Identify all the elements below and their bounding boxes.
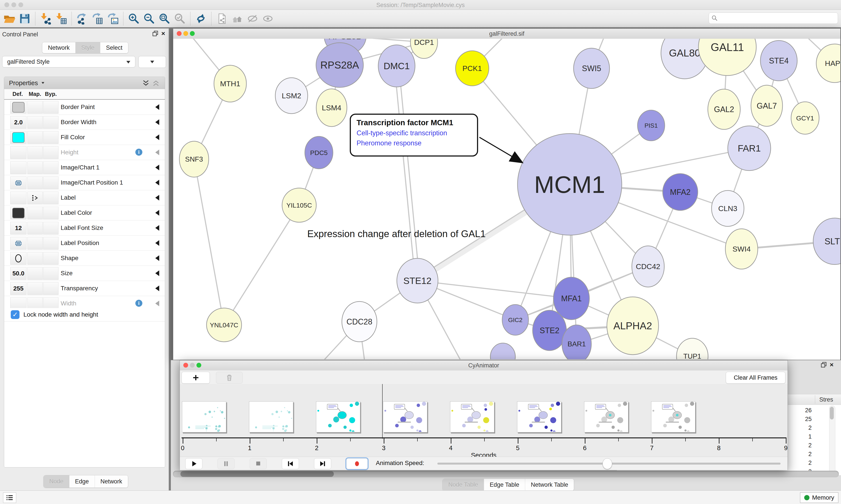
tab-edge-table[interactable]: Edge Table <box>484 479 525 491</box>
group-nodes-icon[interactable] <box>230 12 244 25</box>
property-row-fill-color[interactable]: Fill Color <box>4 130 165 145</box>
import-network-icon[interactable] <box>39 12 53 25</box>
bypass-cell[interactable] <box>43 252 58 265</box>
property-row-shape[interactable]: Shape <box>4 251 165 266</box>
tab-network[interactable]: Network <box>42 42 75 53</box>
style-select[interactable]: galFiltered Style <box>2 56 135 68</box>
network-node-dcp1[interactable]: DCP1 <box>410 39 437 58</box>
bypass-cell[interactable] <box>43 237 58 250</box>
table-vertical-scrollbar[interactable] <box>829 406 835 474</box>
info-icon[interactable]: i <box>135 148 143 157</box>
network-window-titlebar[interactable]: galFiltered.sif <box>173 29 840 39</box>
default-value-cell[interactable]: 2.0 <box>10 116 26 129</box>
hide-selected-icon[interactable] <box>246 12 259 25</box>
bypass-cell[interactable] <box>43 101 58 114</box>
network-node-pis1[interactable]: PIS1 <box>638 110 665 141</box>
network-node-gal7[interactable]: GAL7 <box>751 85 783 126</box>
search-field[interactable] <box>718 15 828 22</box>
default-value-cell[interactable] <box>10 237 26 250</box>
timeline-frame-2[interactable] <box>316 401 360 432</box>
bypass-cell[interactable] <box>43 177 58 189</box>
open-folder-icon[interactable] <box>3 12 16 25</box>
bypass-cell[interactable] <box>43 222 58 234</box>
record-button[interactable] <box>346 458 368 469</box>
network-node-gcy1[interactable]: GCY1 <box>791 102 819 134</box>
bypass-cell[interactable] <box>43 282 58 295</box>
property-row-border-width[interactable]: 2.0Border Width <box>4 115 165 130</box>
collapse-row-icon[interactable] <box>155 134 159 140</box>
mapping-cell[interactable] <box>28 131 43 144</box>
property-row-label-font-size[interactable]: 12Label Font Size <box>4 220 165 236</box>
bypass-cell[interactable] <box>43 161 58 174</box>
export-image-icon[interactable] <box>106 12 120 25</box>
tab-node-table[interactable]: Node Table <box>443 479 484 491</box>
collapse-row-icon[interactable] <box>155 149 159 155</box>
property-row-border-paint[interactable]: Border Paint <box>4 100 165 115</box>
timeline-frame-4[interactable] <box>450 401 494 432</box>
zoom-out-icon[interactable] <box>142 12 156 25</box>
pause-button[interactable] <box>217 458 235 469</box>
network-node-snf3[interactable]: SNF3 <box>179 141 209 177</box>
default-value-cell[interactable]: 255 <box>10 282 26 295</box>
mapping-cell[interactable] <box>28 101 43 114</box>
network-node-swi4[interactable]: SWI4 <box>726 229 758 269</box>
network-node-mfa2[interactable]: MFA2 <box>663 174 698 211</box>
collapse-row-icon[interactable] <box>155 255 159 261</box>
column-stress[interactable]: Stres <box>819 396 833 403</box>
show-panels-button[interactable] <box>3 492 16 503</box>
tab-network-table[interactable]: Network Table <box>525 479 574 491</box>
next-frame-button[interactable] <box>314 458 331 469</box>
mapping-cell[interactable] <box>28 222 43 234</box>
property-row-image-chart-position-1[interactable]: Image/Chart Position 1 <box>4 175 165 190</box>
property-row-height[interactable]: Heighti <box>4 145 165 160</box>
network-node-cln3[interactable]: CLN3 <box>712 191 744 227</box>
default-value-cell[interactable] <box>10 101 26 114</box>
collapse-row-icon[interactable] <box>155 270 159 276</box>
timeline-playhead[interactable] <box>382 384 382 439</box>
mapping-cell[interactable] <box>28 207 43 219</box>
export-network-icon[interactable] <box>75 12 89 25</box>
network-snapshot-icon[interactable] <box>215 12 229 25</box>
network-canvas[interactable]: RPS28BDCP1RPS28ADMC1PCK1SWI5GAL80GAL11ST… <box>173 39 840 359</box>
timeline-frame-1[interactable] <box>249 401 293 432</box>
network-node-ste2[interactable]: STE2 <box>533 310 566 350</box>
collapse-row-icon[interactable] <box>155 225 159 231</box>
lock-node-size-checkbox[interactable]: ✓ <box>11 310 19 319</box>
float-panel-icon[interactable] <box>153 31 158 36</box>
property-row-label-position[interactable]: Label Position <box>4 236 165 251</box>
bypass-cell[interactable] <box>43 131 58 144</box>
network-edge[interactable] <box>399 66 419 281</box>
network-node-lsm2[interactable]: LSM2 <box>275 78 308 114</box>
network-node-far1[interactable]: FAR1 <box>728 126 771 170</box>
network-node-dmc1[interactable]: DMC1 <box>378 45 415 87</box>
zoom-fit-icon[interactable] <box>158 12 171 25</box>
collapse-row-icon[interactable] <box>155 180 159 185</box>
collapse-row-icon[interactable] <box>155 195 159 201</box>
cyanimator-titlebar[interactable]: CyAnimator <box>180 360 788 371</box>
property-row-label-color[interactable]: Label Color <box>4 205 165 220</box>
network-node-mth1[interactable]: MTH1 <box>214 65 246 102</box>
add-frame-button[interactable] <box>182 372 210 383</box>
network-node-yil105c[interactable]: YIL105C <box>282 188 316 222</box>
network-node-gal11[interactable]: GAL11 <box>698 39 756 75</box>
timeline-frame-3[interactable] <box>383 401 427 432</box>
close-panel-icon[interactable]: × <box>161 31 165 36</box>
property-row-image-chart-1[interactable]: Image/Chart 1 <box>4 160 165 175</box>
bypass-cell[interactable] <box>43 146 58 159</box>
bypass-cell[interactable] <box>43 192 58 204</box>
network-node-gal2[interactable]: GAL2 <box>708 89 740 129</box>
network-node-tup1[interactable]: TUP1 <box>677 338 708 359</box>
default-value-cell[interactable] <box>10 146 26 159</box>
collapse-row-icon[interactable] <box>155 301 159 306</box>
collapse-row-icon[interactable] <box>155 240 159 246</box>
zoom-in-icon[interactable] <box>127 12 141 25</box>
network-node-mcm1[interactable]: MCM1 <box>518 133 622 235</box>
mapping-cell[interactable] <box>28 282 43 295</box>
network-node-ynl047c[interactable]: YNL047C <box>207 308 241 342</box>
info-icon[interactable]: i <box>135 300 143 308</box>
tab-edge[interactable]: Edge <box>69 475 95 488</box>
mapping-cell[interactable] <box>28 252 43 265</box>
network-node-pdc5[interactable]: PDC5 <box>305 137 333 169</box>
tab-network[interactable]: Network <box>95 475 128 488</box>
mapping-cell[interactable] <box>28 267 43 280</box>
